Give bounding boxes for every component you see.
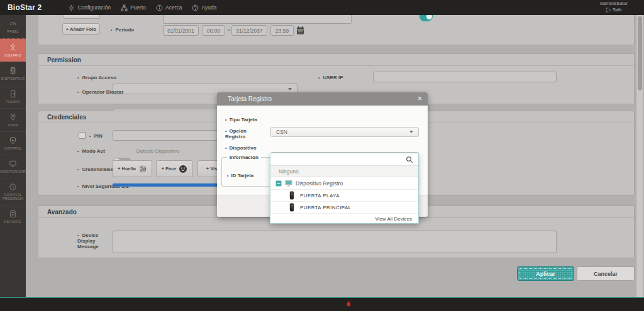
close-icon[interactable]: × xyxy=(418,94,422,103)
sidebar-item-reporte[interactable]: REPORTE xyxy=(0,205,26,228)
shield-icon xyxy=(9,136,17,145)
fingerprint-button-label: + Huella xyxy=(118,166,136,172)
name-input-cut[interactable] xyxy=(163,15,352,24)
sidebar-item-control[interactable]: CONTROL xyxy=(0,131,26,155)
help-icon xyxy=(192,4,199,11)
periodo-label: Periodo xyxy=(111,27,134,33)
pin-checkbox[interactable] xyxy=(79,132,86,139)
apply-label: Aplicar xyxy=(536,271,555,277)
apply-button[interactable]: Aplicar xyxy=(517,266,574,281)
credenciales-label: Credenciales xyxy=(77,166,113,172)
search-icon[interactable] xyxy=(406,156,413,163)
gear-icon xyxy=(68,4,75,11)
photo-button-cut[interactable] xyxy=(63,15,100,19)
view-all-devices-link[interactable]: View All Devices xyxy=(270,213,418,224)
user-icon xyxy=(9,43,17,52)
tipo-tarjeta-value: CSN xyxy=(276,129,287,135)
view-all-label: View All Devices xyxy=(375,216,412,222)
menu-configuracion[interactable]: Configuración xyxy=(68,4,110,11)
device-dropdown-panel: Ninguno Dispositivo Registro PUERTA PLAY… xyxy=(270,153,419,224)
logged-user: Administrator xyxy=(600,1,628,7)
chevron-down-icon xyxy=(288,88,292,90)
sidebar-item-zona[interactable]: ZONA xyxy=(0,108,26,131)
scrollbar-thumb[interactable] xyxy=(638,16,642,90)
vertical-scrollbar[interactable] xyxy=(636,15,643,297)
device-search-row[interactable] xyxy=(270,153,418,166)
sidebar-item-label: CONTROL xyxy=(3,146,22,151)
menu-puerto[interactable]: Puerto xyxy=(121,4,146,11)
user-ip-input[interactable] xyxy=(373,72,557,82)
logout-button[interactable]: Salir xyxy=(600,7,628,13)
monitor-icon xyxy=(9,160,17,168)
sidebar-item-dispositivo[interactable]: DISPOSITIVO xyxy=(0,62,26,85)
fingerprint-icon xyxy=(138,165,147,173)
pin-label: PIN xyxy=(89,133,103,139)
dropdown-group-dispositivo-registro[interactable]: Dispositivo Registro xyxy=(270,177,418,189)
sidebar-item-label: PUERTA xyxy=(5,100,21,104)
sidebar-item-label: MONITORIZAR xyxy=(0,170,26,174)
reader-device-icon xyxy=(289,191,294,200)
top-navbar: BioStar 2 Configuración Puerto Acerca Ay… xyxy=(0,0,644,15)
menu-ayuda[interactable]: Ayuda xyxy=(192,4,216,11)
modal-title: Tarjeta Registro xyxy=(228,95,272,102)
top-menu: Configuración Puerto Acerca Ayuda xyxy=(68,4,216,11)
calendar-icon[interactable] xyxy=(296,26,304,35)
app-brand: BioStar 2 xyxy=(8,3,42,12)
sidebar-item-control-presencia[interactable]: CONTROL PRESENCIA xyxy=(0,178,26,205)
face-icon xyxy=(179,165,187,173)
device-icon xyxy=(9,67,17,75)
modo-aut-value: Defecto Dispositivo xyxy=(136,148,179,154)
informacion-legend: Información xyxy=(227,155,261,160)
period-start-time[interactable]: 00:00 xyxy=(202,25,225,36)
modo-aut-label: Modo Aut xyxy=(77,148,105,154)
tree-collapse-icon[interactable] xyxy=(275,180,282,187)
user-ip-label: USER IP xyxy=(318,75,343,80)
option-label: Ninguno xyxy=(279,168,299,175)
period-end-time[interactable]: 23:59 xyxy=(270,25,294,36)
sidebar-item-monitorizar[interactable]: MONITORIZAR xyxy=(0,155,26,178)
bottom-statusbar xyxy=(0,297,644,311)
device-group-icon xyxy=(285,180,292,187)
active-toggle-cut[interactable] xyxy=(419,15,433,21)
menu-label: Ayuda xyxy=(201,4,216,11)
door-icon xyxy=(9,90,17,98)
reader-device-icon xyxy=(289,203,294,212)
sidebar-item-label: CONTROL PRESENCIA xyxy=(0,193,26,201)
chevron-down-icon xyxy=(409,131,413,133)
add-fingerprint-button[interactable]: + Huella xyxy=(113,160,152,177)
opcion-registro-label: Opción Registro xyxy=(225,128,257,139)
sidebar-item-usuario[interactable]: USUARIO xyxy=(0,38,26,62)
face-button-label: + Face xyxy=(162,166,177,172)
sidebar-item-label: USUARIO xyxy=(4,53,21,58)
sidebar-item-panel[interactable]: PANEL xyxy=(0,15,26,38)
modal-header: Tarjeta Registro × xyxy=(217,92,428,106)
sidebar-item-label: ZONA xyxy=(7,123,18,128)
add-photo-button[interactable]: + Añadir Foto xyxy=(62,23,100,35)
tipo-tarjeta-select[interactable]: CSN xyxy=(270,127,419,137)
device-display-message-input[interactable] xyxy=(113,231,557,253)
clock-icon xyxy=(9,183,17,191)
dropdown-device-puerta-playa[interactable]: PUERTA PLAYA xyxy=(270,189,418,201)
menu-acerca[interactable]: Acerca xyxy=(156,4,182,11)
sidebar-item-puerta[interactable]: PUERTA xyxy=(0,85,26,108)
sidebar-item-label: DISPOSITIVO xyxy=(1,77,25,81)
dropdown-option-ninguno[interactable]: Ninguno xyxy=(270,166,418,177)
left-sidebar: PANEL USUARIO DISPOSITIVO PUERTA ZONA CO… xyxy=(0,15,26,297)
permission-title: Permission xyxy=(38,54,634,66)
zone-pin-icon xyxy=(9,113,17,121)
group-label: Dispositivo Registro xyxy=(296,180,343,187)
cancel-button[interactable]: Cancelar xyxy=(577,266,635,281)
period-end-date[interactable]: 31/12/2037 xyxy=(231,25,267,36)
dropdown-device-puerta-principal[interactable]: PUERTA PRINCIPAL xyxy=(270,201,418,213)
sidebar-item-label: REPORTE xyxy=(4,220,23,224)
menu-label: Configuración xyxy=(77,4,110,11)
period-start-date[interactable]: 01/01/2001 xyxy=(163,25,199,36)
brand-flame-icon xyxy=(345,300,352,308)
port-icon xyxy=(121,4,128,11)
add-face-button[interactable]: + Face xyxy=(156,160,193,177)
menu-label: Acerca xyxy=(165,4,182,11)
logout-icon xyxy=(606,8,611,13)
sidebar-item-label: PANEL xyxy=(6,30,19,34)
biostar2-app: BioStar 2 Configuración Puerto Acerca Ay… xyxy=(0,0,644,311)
device-label: PUERTA PLAYA xyxy=(300,193,340,199)
